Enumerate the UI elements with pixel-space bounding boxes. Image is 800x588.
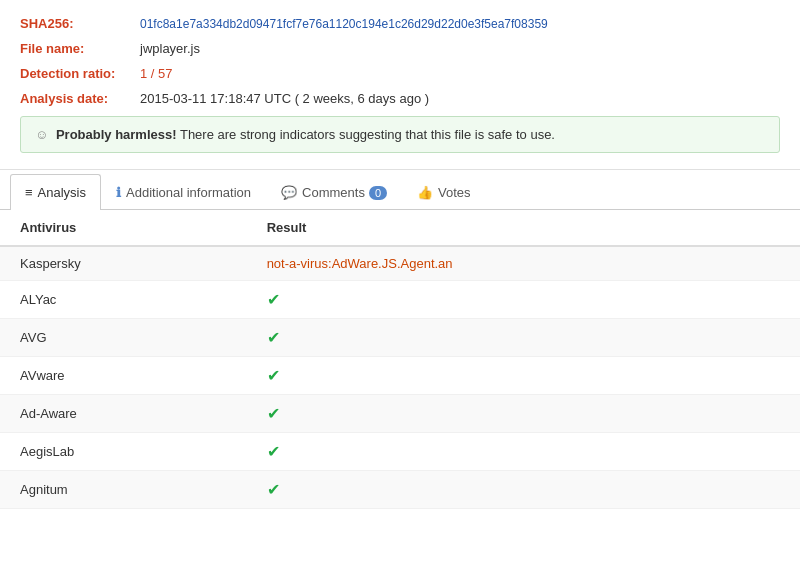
analysis-icon: ≡ bbox=[25, 185, 33, 200]
date-row: Analysis date: 2015-03-11 17:18:47 UTC (… bbox=[20, 91, 780, 106]
alert-box: ☺ Probably harmless! There are strong in… bbox=[20, 116, 780, 153]
antivirus-result: ✔ bbox=[247, 433, 800, 471]
comments-badge: 0 bbox=[369, 186, 387, 200]
sha256-value: 01fc8a1e7a334db2d09471fcf7e76a1120c194e1… bbox=[140, 17, 548, 31]
tab-comments-label: Comments bbox=[302, 185, 365, 200]
antivirus-name: Kaspersky bbox=[0, 246, 247, 281]
vote-icon: 👍 bbox=[417, 185, 433, 200]
clean-icon: ✔ bbox=[267, 291, 280, 308]
table-row: AegisLab✔ bbox=[0, 433, 800, 471]
table-row: Ad-Aware✔ bbox=[0, 395, 800, 433]
table-body: Kasperskynot-a-virus:AdWare.JS.Agent.anA… bbox=[0, 246, 800, 509]
comment-icon: 💬 bbox=[281, 185, 297, 200]
sha256-row: SHA256: 01fc8a1e7a334db2d09471fcf7e76a11… bbox=[20, 16, 780, 31]
clean-icon: ✔ bbox=[267, 405, 280, 422]
clean-icon: ✔ bbox=[267, 329, 280, 346]
antivirus-name: Ad-Aware bbox=[0, 395, 247, 433]
antivirus-name: AVG bbox=[0, 319, 247, 357]
filename-label: File name: bbox=[20, 41, 140, 56]
tab-votes-label: Votes bbox=[438, 185, 471, 200]
tab-additional-information[interactable]: ℹ Additional information bbox=[101, 174, 266, 210]
smile-icon: ☺ bbox=[35, 127, 48, 142]
tab-analysis-label: Analysis bbox=[38, 185, 86, 200]
clean-icon: ✔ bbox=[267, 481, 280, 498]
tab-comments[interactable]: 💬 Comments 0 bbox=[266, 174, 402, 210]
clean-icon: ✔ bbox=[267, 443, 280, 460]
antivirus-result: ✔ bbox=[247, 319, 800, 357]
antivirus-name: ALYac bbox=[0, 281, 247, 319]
tab-analysis[interactable]: ≡ Analysis bbox=[10, 174, 101, 210]
detection-label: Detection ratio: bbox=[20, 66, 140, 81]
alert-text: There are strong indicators suggesting t… bbox=[177, 127, 555, 142]
filename-value: jwplayer.js bbox=[140, 41, 200, 56]
table-header: Antivirus Result bbox=[0, 210, 800, 246]
tabs-bar: ≡ Analysis ℹ Additional information 💬 Co… bbox=[0, 174, 800, 210]
antivirus-result: ✔ bbox=[247, 471, 800, 509]
antivirus-table: Antivirus Result Kasperskynot-a-virus:Ad… bbox=[0, 210, 800, 509]
table-row: ALYac✔ bbox=[0, 281, 800, 319]
alert-label: Probably harmless! bbox=[56, 127, 177, 142]
tab-additional-label: Additional information bbox=[126, 185, 251, 200]
detection-row: Detection ratio: 1 / 57 bbox=[20, 66, 780, 81]
antivirus-result: ✔ bbox=[247, 395, 800, 433]
table-row: Kasperskynot-a-virus:AdWare.JS.Agent.an bbox=[0, 246, 800, 281]
antivirus-result: not-a-virus:AdWare.JS.Agent.an bbox=[247, 246, 800, 281]
detection-value: 1 / 57 bbox=[140, 66, 173, 81]
info-icon: ℹ bbox=[116, 185, 121, 200]
table-row: Agnitum✔ bbox=[0, 471, 800, 509]
col-result-header: Result bbox=[247, 210, 800, 246]
date-label: Analysis date: bbox=[20, 91, 140, 106]
antivirus-result: ✔ bbox=[247, 281, 800, 319]
date-value: 2015-03-11 17:18:47 UTC ( 2 weeks, 6 day… bbox=[140, 91, 429, 106]
clean-icon: ✔ bbox=[267, 367, 280, 384]
antivirus-name: AegisLab bbox=[0, 433, 247, 471]
filename-row: File name: jwplayer.js bbox=[20, 41, 780, 56]
antivirus-name: Agnitum bbox=[0, 471, 247, 509]
col-antivirus-header: Antivirus bbox=[0, 210, 247, 246]
sha256-label: SHA256: bbox=[20, 16, 140, 31]
antivirus-result: ✔ bbox=[247, 357, 800, 395]
table-row: AVware✔ bbox=[0, 357, 800, 395]
file-info-section: SHA256: 01fc8a1e7a334db2d09471fcf7e76a11… bbox=[0, 0, 800, 170]
antivirus-name: AVware bbox=[0, 357, 247, 395]
table-row: AVG✔ bbox=[0, 319, 800, 357]
tab-votes[interactable]: 👍 Votes bbox=[402, 174, 486, 210]
